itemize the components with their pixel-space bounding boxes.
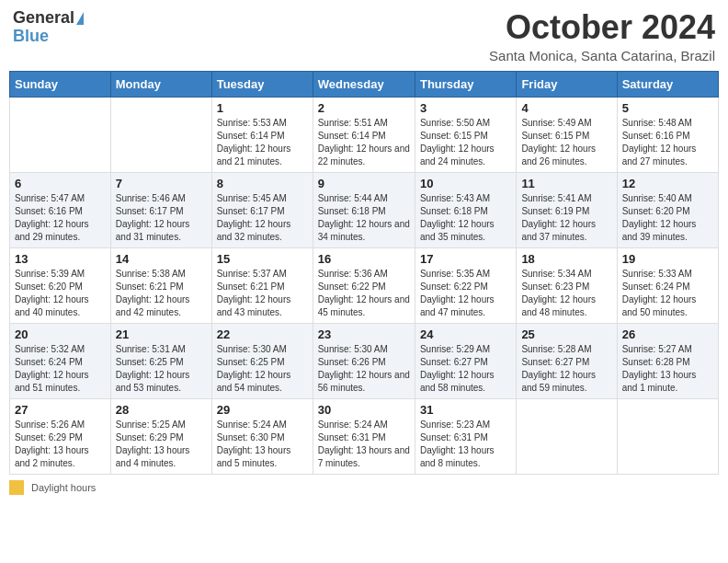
- day-number: 23: [318, 327, 410, 341]
- calendar-cell: 22Sunrise: 5:30 AMSunset: 6:25 PMDayligh…: [211, 323, 313, 398]
- day-number: 29: [217, 403, 308, 417]
- calendar-cell: [617, 398, 718, 474]
- calendar-cell: 21Sunrise: 5:31 AMSunset: 6:25 PMDayligh…: [110, 323, 211, 398]
- day-info: Sunrise: 5:41 AMSunset: 6:19 PMDaylight:…: [521, 192, 611, 244]
- day-info: Sunrise: 5:39 AMSunset: 6:20 PMDaylight:…: [15, 268, 106, 319]
- daylight-color-box: [9, 480, 24, 495]
- page-header: General Blue October 2024 Santa Monica, …: [9, 9, 719, 63]
- day-info: Sunrise: 5:27 AMSunset: 6:28 PMDaylight:…: [622, 343, 713, 395]
- day-number: 16: [318, 252, 410, 266]
- day-info: Sunrise: 5:31 AMSunset: 6:25 PMDaylight:…: [116, 343, 207, 395]
- calendar-cell: 6Sunrise: 5:47 AMSunset: 6:16 PMDaylight…: [10, 172, 111, 247]
- day-info: Sunrise: 5:48 AMSunset: 6:16 PMDaylight:…: [622, 117, 713, 168]
- day-number: 3: [420, 101, 511, 115]
- day-number: 14: [116, 252, 207, 266]
- calendar-cell: 25Sunrise: 5:28 AMSunset: 6:27 PMDayligh…: [517, 323, 617, 398]
- week-row-5: 27Sunrise: 5:26 AMSunset: 6:29 PMDayligh…: [10, 398, 719, 474]
- day-number: 22: [217, 327, 308, 341]
- calendar-cell: 2Sunrise: 5:51 AMSunset: 6:14 PMDaylight…: [313, 97, 415, 172]
- day-number: 15: [217, 252, 308, 266]
- daylight-label: Daylight hours: [31, 482, 96, 493]
- calendar-cell: 23Sunrise: 5:30 AMSunset: 6:26 PMDayligh…: [313, 323, 415, 398]
- day-number: 21: [116, 327, 207, 341]
- day-info: Sunrise: 5:34 AMSunset: 6:23 PMDaylight:…: [521, 268, 611, 319]
- calendar-cell: 28Sunrise: 5:25 AMSunset: 6:29 PMDayligh…: [110, 398, 211, 474]
- day-info: Sunrise: 5:51 AMSunset: 6:14 PMDaylight:…: [318, 117, 410, 168]
- calendar-cell: 30Sunrise: 5:24 AMSunset: 6:31 PMDayligh…: [313, 398, 415, 474]
- header-saturday: Saturday: [617, 71, 718, 97]
- calendar-cell: 18Sunrise: 5:34 AMSunset: 6:23 PMDayligh…: [517, 247, 617, 323]
- day-number: 10: [420, 177, 511, 190]
- calendar-cell: 16Sunrise: 5:36 AMSunset: 6:22 PMDayligh…: [313, 247, 415, 323]
- day-number: 25: [521, 327, 611, 341]
- week-row-4: 20Sunrise: 5:32 AMSunset: 6:24 PMDayligh…: [10, 323, 719, 398]
- day-number: 17: [420, 252, 511, 266]
- footer: Daylight hours: [9, 480, 719, 495]
- day-info: Sunrise: 5:38 AMSunset: 6:21 PMDaylight:…: [116, 268, 207, 319]
- day-number: 28: [116, 403, 207, 417]
- day-info: Sunrise: 5:29 AMSunset: 6:27 PMDaylight:…: [420, 343, 511, 395]
- day-info: Sunrise: 5:40 AMSunset: 6:20 PMDaylight:…: [622, 192, 713, 244]
- day-info: Sunrise: 5:24 AMSunset: 6:30 PMDaylight:…: [217, 419, 308, 470]
- location: Santa Monica, Santa Catarina, Brazil: [489, 48, 715, 63]
- calendar-cell: 20Sunrise: 5:32 AMSunset: 6:24 PMDayligh…: [10, 323, 111, 398]
- logo-blue-text: Blue: [13, 28, 49, 46]
- week-row-2: 6Sunrise: 5:47 AMSunset: 6:16 PMDaylight…: [10, 172, 719, 247]
- calendar-cell: [10, 97, 111, 172]
- calendar-cell: 7Sunrise: 5:46 AMSunset: 6:17 PMDaylight…: [110, 172, 211, 247]
- day-number: 31: [420, 403, 511, 417]
- header-friday: Friday: [517, 71, 617, 97]
- day-info: Sunrise: 5:30 AMSunset: 6:25 PMDaylight:…: [217, 343, 308, 395]
- logo-triangle-icon: [76, 12, 84, 25]
- day-number: 5: [622, 101, 713, 115]
- day-info: Sunrise: 5:37 AMSunset: 6:21 PMDaylight:…: [217, 268, 308, 319]
- header-thursday: Thursday: [415, 71, 516, 97]
- header-wednesday: Wednesday: [313, 71, 415, 97]
- day-number: 13: [15, 252, 106, 266]
- day-number: 26: [622, 327, 713, 341]
- week-row-3: 13Sunrise: 5:39 AMSunset: 6:20 PMDayligh…: [10, 247, 719, 323]
- day-info: Sunrise: 5:43 AMSunset: 6:18 PMDaylight:…: [420, 192, 511, 244]
- calendar-cell: [517, 398, 617, 474]
- calendar-cell: 24Sunrise: 5:29 AMSunset: 6:27 PMDayligh…: [415, 323, 516, 398]
- calendar-cell: 17Sunrise: 5:35 AMSunset: 6:22 PMDayligh…: [415, 247, 516, 323]
- calendar-cell: 15Sunrise: 5:37 AMSunset: 6:21 PMDayligh…: [211, 247, 313, 323]
- day-info: Sunrise: 5:47 AMSunset: 6:16 PMDaylight:…: [15, 192, 106, 244]
- day-info: Sunrise: 5:46 AMSunset: 6:17 PMDaylight:…: [116, 192, 207, 244]
- calendar-cell: 8Sunrise: 5:45 AMSunset: 6:17 PMDaylight…: [211, 172, 313, 247]
- calendar-cell: 12Sunrise: 5:40 AMSunset: 6:20 PMDayligh…: [617, 172, 718, 247]
- day-info: Sunrise: 5:35 AMSunset: 6:22 PMDaylight:…: [420, 268, 511, 319]
- day-info: Sunrise: 5:26 AMSunset: 6:29 PMDaylight:…: [15, 419, 106, 470]
- header-sunday: Sunday: [10, 71, 111, 97]
- day-info: Sunrise: 5:30 AMSunset: 6:26 PMDaylight:…: [318, 343, 410, 395]
- calendar-cell: 14Sunrise: 5:38 AMSunset: 6:21 PMDayligh…: [110, 247, 211, 323]
- calendar-header-row: SundayMondayTuesdayWednesdayThursdayFrid…: [10, 71, 719, 97]
- day-number: 27: [15, 403, 106, 417]
- header-monday: Monday: [110, 71, 211, 97]
- week-row-1: 1Sunrise: 5:53 AMSunset: 6:14 PMDaylight…: [10, 97, 719, 172]
- day-number: 20: [15, 327, 106, 341]
- day-info: Sunrise: 5:28 AMSunset: 6:27 PMDaylight:…: [521, 343, 611, 395]
- day-info: Sunrise: 5:49 AMSunset: 6:15 PMDaylight:…: [521, 117, 611, 168]
- calendar-cell: [110, 97, 211, 172]
- day-info: Sunrise: 5:53 AMSunset: 6:14 PMDaylight:…: [217, 117, 308, 168]
- day-info: Sunrise: 5:33 AMSunset: 6:24 PMDaylight:…: [622, 268, 713, 319]
- calendar-cell: 19Sunrise: 5:33 AMSunset: 6:24 PMDayligh…: [617, 247, 718, 323]
- day-info: Sunrise: 5:50 AMSunset: 6:15 PMDaylight:…: [420, 117, 511, 168]
- day-info: Sunrise: 5:36 AMSunset: 6:22 PMDaylight:…: [318, 268, 410, 319]
- day-info: Sunrise: 5:23 AMSunset: 6:31 PMDaylight:…: [420, 419, 511, 470]
- day-number: 4: [521, 101, 611, 115]
- day-number: 11: [521, 177, 611, 190]
- day-number: 9: [318, 177, 410, 190]
- calendar-cell: 29Sunrise: 5:24 AMSunset: 6:30 PMDayligh…: [211, 398, 313, 474]
- calendar-cell: 13Sunrise: 5:39 AMSunset: 6:20 PMDayligh…: [10, 247, 111, 323]
- calendar-cell: 9Sunrise: 5:44 AMSunset: 6:18 PMDaylight…: [313, 172, 415, 247]
- header-tuesday: Tuesday: [211, 71, 313, 97]
- calendar-cell: 11Sunrise: 5:41 AMSunset: 6:19 PMDayligh…: [517, 172, 617, 247]
- day-number: 19: [622, 252, 713, 266]
- calendar-table: SundayMondayTuesdayWednesdayThursdayFrid…: [9, 71, 719, 475]
- day-info: Sunrise: 5:32 AMSunset: 6:24 PMDaylight:…: [15, 343, 106, 395]
- day-number: 2: [318, 101, 410, 115]
- day-number: 7: [116, 177, 207, 190]
- month-title: October 2024: [489, 9, 715, 46]
